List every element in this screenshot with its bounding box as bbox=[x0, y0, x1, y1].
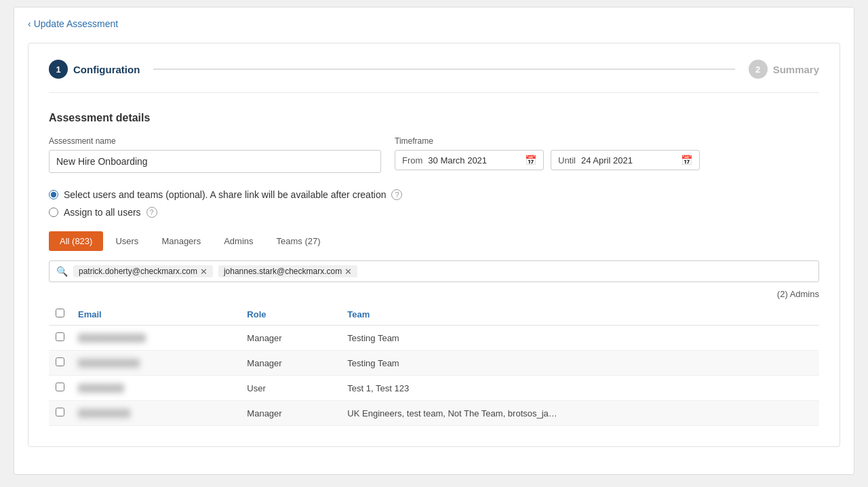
assessment-name-group: Assessment name bbox=[49, 136, 381, 173]
row-4-team: UK Engineers, test team, Not The Team, b… bbox=[340, 401, 819, 426]
tag-2-close[interactable]: ✕ bbox=[344, 267, 352, 276]
row-4-email: ••••••••••••••••• bbox=[71, 401, 240, 426]
step-2-label: Summary bbox=[773, 64, 819, 75]
col-header-checkbox bbox=[49, 303, 71, 326]
back-link[interactable]: ‹ Update Assessment bbox=[28, 18, 840, 29]
search-bar[interactable]: 🔍 patrick.doherty@checkmarx.com ✕ johann… bbox=[49, 260, 819, 282]
row-1-team: Testing Team bbox=[340, 326, 819, 351]
tab-all[interactable]: All (823) bbox=[49, 231, 103, 251]
until-value: 24 April 2021 bbox=[581, 155, 675, 165]
main-card: 1 Configuration 2 Summary Assessment det… bbox=[28, 43, 840, 447]
form-row-main: Assessment name Timeframe From 30 March … bbox=[49, 136, 819, 173]
step-2-circle: 2 bbox=[749, 60, 768, 79]
row-3-email: ••••••••••••••• bbox=[71, 376, 240, 401]
row-4-checkbox-cell bbox=[49, 401, 71, 426]
row-4-checkbox[interactable] bbox=[56, 408, 64, 416]
step-1-circle: 1 bbox=[49, 60, 68, 79]
col-header-team: Team bbox=[340, 303, 819, 326]
col-header-email: Email bbox=[71, 303, 240, 326]
row-2-checkbox[interactable] bbox=[56, 357, 64, 366]
radio-input-2[interactable] bbox=[49, 208, 58, 217]
row-1-checkbox-cell bbox=[49, 326, 71, 351]
row-2-email-blurred: •••••••••••••••••••• bbox=[78, 358, 140, 368]
step-2: 2 Summary bbox=[749, 60, 819, 79]
timeframe-group: Timeframe From 30 March 2021 📅 Until 24 … bbox=[395, 136, 819, 170]
from-calendar-icon: 📅 bbox=[525, 155, 536, 165]
radio-section: Select users and teams (optional). A sha… bbox=[49, 189, 819, 218]
timeframe-label: Timeframe bbox=[395, 136, 819, 146]
assessment-name-input[interactable] bbox=[49, 150, 381, 173]
stepper: 1 Configuration 2 Summary bbox=[49, 60, 819, 93]
table-row: ••••••••••••••• User Test 1, Test 123 bbox=[49, 376, 819, 401]
from-value: 30 March 2021 bbox=[428, 155, 519, 165]
until-date-input[interactable]: Until 24 April 2021 📅 bbox=[551, 150, 700, 170]
help-icon-1[interactable]: ? bbox=[391, 189, 402, 200]
until-calendar-icon: 📅 bbox=[681, 155, 692, 165]
admins-count: (2) Admins bbox=[49, 289, 819, 299]
back-label: Update Assessment bbox=[34, 18, 119, 29]
assessment-details-section: Assessment details Assessment name Timef… bbox=[49, 112, 819, 426]
row-1-checkbox[interactable] bbox=[56, 332, 64, 341]
row-3-role: User bbox=[240, 376, 340, 401]
radio-option-1-label: Select users and teams (optional). A sha… bbox=[64, 189, 386, 200]
until-label: Until bbox=[558, 155, 576, 165]
help-icon-2[interactable]: ? bbox=[146, 207, 157, 218]
from-date-input[interactable]: From 30 March 2021 📅 bbox=[395, 150, 544, 170]
from-label: From bbox=[402, 155, 422, 165]
select-all-checkbox[interactable] bbox=[56, 309, 64, 317]
row-1-role: Manager bbox=[240, 326, 340, 351]
tag-1-close[interactable]: ✕ bbox=[200, 267, 208, 276]
tab-bar: All (823) Users Managers Admins Teams (2… bbox=[49, 231, 819, 251]
row-2-role: Manager bbox=[240, 351, 340, 376]
radio-option-1[interactable]: Select users and teams (optional). A sha… bbox=[49, 189, 819, 200]
tag-1-text: patrick.doherty@checkmarx.com bbox=[79, 267, 197, 276]
table-row: •••••••••••••••••••• Manager Testing Tea… bbox=[49, 351, 819, 376]
section-title: Assessment details bbox=[49, 112, 819, 124]
col-header-role: Role bbox=[240, 303, 340, 326]
row-1-email: •••••••••••••••••••••• bbox=[71, 326, 240, 351]
row-3-email-blurred: ••••••••••••••• bbox=[78, 383, 124, 393]
row-2-email: •••••••••••••••••••• bbox=[71, 351, 240, 376]
row-4-email-blurred: ••••••••••••••••• bbox=[78, 408, 130, 418]
radio-option-2-label: Assign to all users bbox=[64, 207, 141, 218]
row-2-team: Testing Team bbox=[340, 351, 819, 376]
timeframe-inputs: From 30 March 2021 📅 Until 24 April 2021… bbox=[395, 150, 819, 170]
step-line bbox=[153, 69, 734, 70]
step-1-label: Configuration bbox=[73, 64, 140, 75]
tab-managers[interactable]: Managers bbox=[151, 231, 212, 251]
tab-admins[interactable]: Admins bbox=[213, 231, 264, 251]
search-tag-1: patrick.doherty@checkmarx.com ✕ bbox=[73, 265, 213, 277]
radio-option-2[interactable]: Assign to all users ? bbox=[49, 207, 819, 218]
assessment-name-label: Assessment name bbox=[49, 136, 381, 146]
row-3-checkbox-cell bbox=[49, 376, 71, 401]
step-1: 1 Configuration bbox=[49, 60, 140, 79]
row-2-checkbox-cell bbox=[49, 351, 71, 376]
row-3-checkbox[interactable] bbox=[56, 383, 64, 391]
page-container: ‹ Update Assessment 1 Configuration 2 Su… bbox=[14, 7, 854, 475]
tag-2-text: johannes.stark@checkmarx.com bbox=[224, 267, 342, 276]
table-row: ••••••••••••••••• Manager UK Engineers, … bbox=[49, 401, 819, 426]
search-tag-2: johannes.stark@checkmarx.com ✕ bbox=[218, 265, 357, 277]
table-row: •••••••••••••••••••••• Manager Testing T… bbox=[49, 326, 819, 351]
row-3-team: Test 1, Test 123 bbox=[340, 376, 819, 401]
row-4-team-text: UK Engineers, test team, Not The Team, b… bbox=[347, 408, 564, 418]
search-icon: 🔍 bbox=[56, 266, 68, 277]
row-4-role: Manager bbox=[240, 401, 340, 426]
tab-teams[interactable]: Teams (27) bbox=[266, 231, 332, 251]
tab-users[interactable]: Users bbox=[104, 231, 149, 251]
radio-input-1[interactable] bbox=[49, 190, 58, 199]
users-table: Email Role Team bbox=[49, 303, 819, 426]
back-arrow-icon: ‹ bbox=[28, 18, 31, 29]
row-1-email-blurred: •••••••••••••••••••••• bbox=[78, 333, 146, 343]
